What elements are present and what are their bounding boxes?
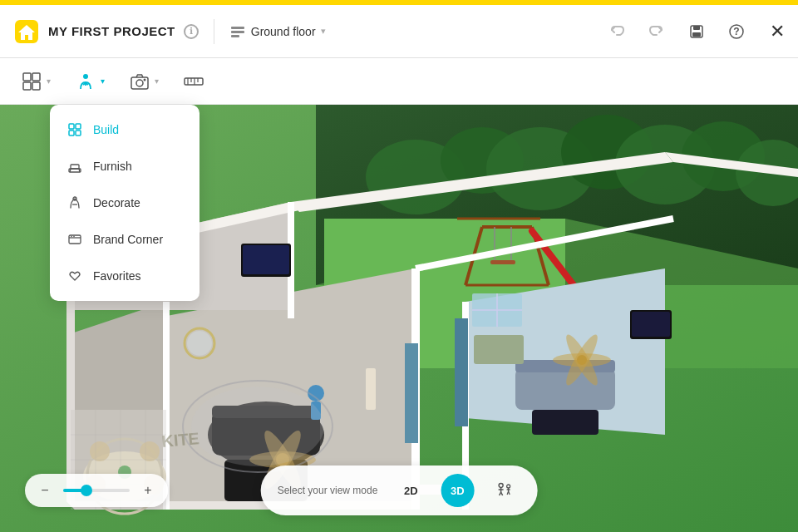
save-icon bbox=[688, 23, 705, 40]
svg-point-18 bbox=[136, 80, 143, 86]
dropdown-item-decorate[interactable]: Decorate bbox=[50, 185, 200, 221]
zoom-controls: − + bbox=[25, 474, 168, 507]
dropdown-item-build[interactable]: Build bbox=[50, 111, 200, 148]
svg-rect-56 bbox=[490, 260, 515, 264]
svg-line-126 bbox=[500, 492, 502, 495]
floor-icon bbox=[229, 23, 246, 40]
svg-rect-9 bbox=[23, 73, 31, 81]
svg-rect-30 bbox=[71, 165, 79, 169]
dollhouse-icon bbox=[494, 480, 514, 500]
svg-line-131 bbox=[508, 491, 510, 495]
build-label: Build bbox=[93, 123, 119, 136]
svg-rect-2 bbox=[231, 31, 244, 33]
ruler-icon bbox=[182, 70, 205, 93]
home-logo-icon bbox=[13, 18, 40, 45]
close-button[interactable]: ✕ bbox=[770, 21, 785, 42]
redo-button[interactable] bbox=[643, 18, 670, 45]
help-button[interactable]: ? bbox=[723, 18, 750, 45]
favorites-label: Favorites bbox=[93, 269, 141, 283]
zoom-slider-thumb[interactable] bbox=[81, 485, 92, 496]
zoom-out-button[interactable]: − bbox=[35, 480, 55, 500]
svg-rect-91 bbox=[515, 368, 615, 410]
svg-point-110 bbox=[191, 387, 324, 466]
floor-label: Ground floor bbox=[251, 25, 316, 38]
svg-rect-27 bbox=[69, 131, 74, 135]
svg-point-19 bbox=[144, 78, 146, 81]
help-icon: ? bbox=[728, 23, 745, 40]
svg-rect-72 bbox=[405, 343, 418, 443]
svg-text:?: ? bbox=[733, 26, 739, 37]
build-icon bbox=[66, 121, 83, 138]
toolbar: ▾ ▾ ▾ bbox=[0, 58, 798, 105]
svg-point-122 bbox=[499, 484, 503, 488]
furnish-chevron-icon: ▾ bbox=[101, 76, 105, 86]
svg-rect-114 bbox=[474, 335, 524, 364]
info-icon[interactable]: ℹ bbox=[184, 24, 199, 39]
svg-rect-35 bbox=[69, 235, 81, 244]
view-dollhouse-button[interactable] bbox=[487, 474, 520, 507]
dropdown-item-furnish[interactable]: Furnish bbox=[50, 148, 200, 185]
zoom-in-button[interactable]: + bbox=[138, 480, 158, 500]
undo-icon bbox=[608, 23, 625, 40]
svg-rect-3 bbox=[231, 35, 239, 37]
brand-corner-label: Brand Corner bbox=[93, 233, 163, 246]
svg-rect-93 bbox=[532, 410, 598, 435]
header-right: ? ✕ bbox=[603, 18, 785, 45]
floorplan-icon bbox=[20, 70, 43, 93]
header-left: MY FIRST PROJECT ℹ Ground floor ▾ bbox=[13, 18, 326, 45]
undo-button[interactable] bbox=[603, 18, 630, 45]
dropdown-item-brand-corner[interactable]: Brand Corner bbox=[50, 221, 200, 258]
view-2d-label: 2D bbox=[404, 485, 418, 497]
svg-point-37 bbox=[71, 236, 72, 238]
svg-rect-10 bbox=[32, 73, 40, 81]
zoom-minus-icon: − bbox=[41, 483, 48, 498]
floor-chevron-icon: ▾ bbox=[321, 26, 326, 37]
camera-icon bbox=[128, 70, 151, 93]
toolbar-camera-button[interactable]: ▾ bbox=[118, 63, 169, 100]
furnish-label: Furnish bbox=[93, 160, 132, 173]
svg-rect-99 bbox=[632, 312, 670, 337]
svg-point-38 bbox=[73, 236, 75, 238]
svg-rect-11 bbox=[23, 82, 31, 90]
svg-rect-106 bbox=[366, 368, 376, 410]
toolbar-furnish-button[interactable]: ▾ bbox=[64, 63, 115, 100]
brand-corner-icon bbox=[66, 231, 83, 248]
redo-icon bbox=[648, 23, 665, 40]
svg-point-13 bbox=[83, 74, 88, 79]
svg-rect-5 bbox=[693, 26, 700, 30]
svg-rect-12 bbox=[32, 82, 40, 90]
save-button[interactable] bbox=[683, 18, 710, 45]
project-title: MY FIRST PROJECT bbox=[48, 24, 175, 38]
svg-point-105 bbox=[187, 331, 212, 356]
furnish-icon bbox=[74, 70, 97, 93]
decorate-icon bbox=[66, 195, 83, 211]
view-3d-label: 3D bbox=[451, 485, 465, 497]
view-2d-button[interactable]: 2D bbox=[394, 474, 427, 507]
view-mode-label: Select your view mode bbox=[278, 485, 378, 496]
view-mode-selector: Select your view mode 2D 3D bbox=[261, 466, 538, 515]
furnish-dropdown-menu: Build Furnish Decorate bbox=[50, 105, 200, 301]
floorplan-chevron-icon: ▾ bbox=[47, 76, 51, 86]
svg-rect-6 bbox=[692, 32, 701, 37]
camera-chevron-icon: ▾ bbox=[155, 76, 159, 86]
svg-rect-73 bbox=[455, 318, 468, 426]
furnish-menu-icon bbox=[66, 158, 83, 175]
dropdown-item-favorites[interactable]: Favorites bbox=[50, 258, 200, 294]
toolbar-ruler-button[interactable] bbox=[172, 63, 215, 100]
svg-rect-101 bbox=[243, 245, 289, 274]
toolbar-floorplan-button[interactable]: ▾ bbox=[10, 63, 61, 100]
view-3d-button[interactable]: 3D bbox=[441, 474, 474, 507]
floor-selector[interactable]: Ground floor ▾ bbox=[229, 23, 326, 40]
decorate-label: Decorate bbox=[93, 196, 140, 209]
svg-rect-20 bbox=[185, 78, 203, 85]
svg-point-127 bbox=[506, 485, 510, 488]
svg-rect-28 bbox=[76, 131, 81, 135]
svg-rect-25 bbox=[69, 124, 74, 129]
header: MY FIRST PROJECT ℹ Ground floor ▾ bbox=[0, 5, 798, 58]
favorites-icon bbox=[66, 268, 83, 284]
header-divider bbox=[214, 19, 214, 44]
zoom-slider[interactable] bbox=[63, 489, 130, 492]
svg-rect-1 bbox=[231, 27, 244, 29]
svg-rect-26 bbox=[76, 124, 81, 129]
zoom-plus-icon: + bbox=[144, 483, 151, 498]
